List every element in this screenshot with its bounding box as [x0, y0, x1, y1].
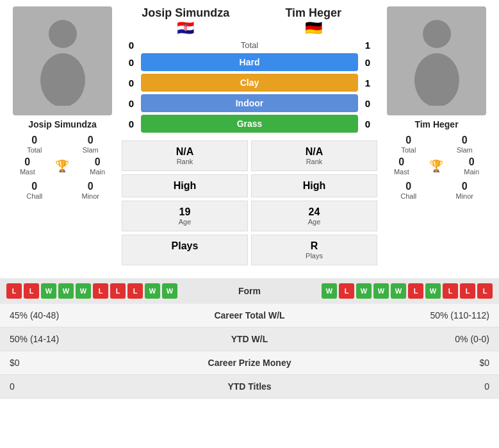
right-form-badge-4: W — [391, 283, 406, 299]
left-total-score: 0 — [122, 40, 141, 51]
left-form-badge-2: W — [41, 283, 56, 299]
stats-label-2: Career Prize Money — [186, 358, 314, 368]
right-form-badge-2: W — [356, 283, 372, 299]
right-form-badge-5: L — [408, 283, 423, 299]
left-minor-value: 0 — [66, 181, 116, 192]
surface-row-clay: 0 Clay 1 — [122, 74, 377, 92]
stats-label-3: YTD Titles — [186, 381, 314, 392]
left-form-badge-6: L — [110, 283, 126, 299]
right-total-score: 1 — [358, 40, 377, 51]
right-trophy-row: 0 Mast 🏆 0 Main — [380, 156, 493, 176]
right-rank-label: Rank — [255, 158, 373, 165]
left-player-section: Josip Simundza 0 Total 0 Slam 0 Mast 🏆 — [6, 6, 119, 265]
stats-table: 45% (40-48) Career Total W/L 50% (110-11… — [0, 304, 499, 399]
right-form-badge-8: L — [460, 283, 475, 299]
right-form-badge-0: W — [322, 283, 337, 299]
left-form-badge-4: W — [76, 283, 91, 299]
surface-row-hard: 0 Hard 0 — [122, 53, 377, 71]
right-player-photo — [387, 6, 486, 115]
svg-point-3 — [414, 53, 459, 106]
surface-row-indoor: 0 Indoor 0 — [122, 94, 377, 112]
right-player-silhouette — [405, 16, 469, 106]
stats-label-1: YTD W/L — [186, 334, 314, 344]
right-form-badge-6: W — [425, 283, 441, 299]
right-total-label: Total — [384, 146, 434, 154]
right-form-badges: WLWWWLWLLL — [322, 283, 493, 299]
right-age-label: Age — [255, 218, 373, 226]
stats-label-0: Career Total W/L — [186, 310, 314, 320]
left-minor-label: Minor — [66, 192, 116, 200]
right-chall-value: 0 — [384, 181, 434, 192]
left-total-label: Total — [10, 146, 60, 154]
surface-badge-1: Clay — [141, 74, 358, 92]
stats-right-2: $0 — [314, 358, 490, 368]
svg-point-1 — [40, 53, 85, 106]
left-stats-grid: 0 Total 0 Slam — [6, 135, 119, 154]
left-form-badge-0: L — [6, 283, 22, 299]
right-age-value: 24 — [255, 206, 373, 218]
surface-badge-2: Indoor — [141, 94, 358, 112]
stats-row-0: 45% (40-48) Career Total W/L 50% (110-11… — [0, 304, 499, 328]
right-mast-label: Mast — [394, 168, 409, 176]
stats-row-1: 50% (14-14) YTD W/L 0% (0-0) — [0, 328, 499, 351]
left-rank-label: Rank — [126, 158, 244, 165]
center-right-name: Tim Heger — [250, 6, 378, 20]
center-right-flag: 🇩🇪 — [250, 20, 378, 37]
surface-left-1: 0 — [122, 78, 141, 88]
right-total-value: 0 — [384, 135, 434, 146]
players-wrapper: Josip Simundza 0 Total 0 Slam 0 Mast 🏆 — [0, 0, 499, 272]
right-main-value: 0 — [464, 156, 479, 168]
stats-left-0: 45% (40-48) — [10, 310, 186, 320]
total-badge: Total — [141, 40, 358, 50]
left-minor-stat: 0 Minor — [66, 181, 116, 200]
total-comparison-row: 0 Total 1 — [122, 40, 377, 51]
svg-point-2 — [423, 20, 451, 48]
right-slam-value: 0 — [440, 135, 490, 146]
right-plays-value: R — [255, 240, 373, 252]
left-form-badge-5: L — [93, 283, 108, 299]
right-form-badge-3: W — [373, 283, 389, 299]
left-total-stat: 0 Total — [10, 135, 60, 154]
left-rank-value: N/A — [126, 146, 244, 158]
stats-row-2: $0 Career Prize Money $0 — [0, 351, 499, 375]
surface-right-2: 0 — [358, 98, 377, 109]
left-form-badge-8: W — [145, 283, 160, 299]
left-mast-value: 0 — [20, 156, 35, 168]
right-trophy-icon: 🏆 — [429, 159, 443, 173]
right-slam-label: Slam — [440, 146, 490, 154]
total-label: Total — [141, 40, 358, 50]
right-minor-label: Minor — [440, 192, 490, 200]
left-plays-value: Plays — [126, 240, 244, 252]
surface-left-2: 0 — [122, 98, 141, 109]
right-high-value: High — [255, 180, 373, 192]
right-form-badge-9: L — [477, 283, 493, 299]
left-form-badge-1: L — [24, 283, 39, 299]
left-player-photo — [13, 6, 112, 115]
right-form-badge-1: L — [339, 283, 354, 299]
left-form-badge-9: W — [162, 283, 177, 299]
left-mast-stat: 0 Mast — [20, 156, 35, 176]
left-form-badges: LLWWWLLLWW — [6, 283, 177, 299]
left-chall-label: Chall — [10, 192, 60, 200]
left-age-value: 19 — [126, 206, 244, 218]
surface-right-1: 1 — [358, 78, 377, 88]
stats-right-0: 50% (110-112) — [314, 310, 490, 320]
left-slam-label: Slam — [66, 146, 116, 154]
left-slam-stat: 0 Slam — [66, 135, 116, 154]
right-slam-stat: 0 Slam — [440, 135, 490, 154]
center-left-name: Josip Simundza — [122, 6, 250, 20]
center-section: Josip Simundza 🇭🇷 Tim Heger 🇩🇪 0 Total 1 — [122, 6, 377, 265]
left-high-value: High — [126, 180, 244, 192]
form-label: Form — [224, 286, 275, 296]
right-main-label: Main — [464, 168, 479, 176]
surface-badge-0: Hard — [141, 53, 358, 71]
left-player-silhouette — [31, 16, 95, 106]
left-bottom-stats: 0 Chall 0 Minor — [6, 181, 119, 200]
right-form-badge-7: L — [443, 283, 458, 299]
left-trophy-row: 0 Mast 🏆 0 Main — [6, 156, 119, 176]
left-form-badge-3: W — [58, 283, 74, 299]
surface-left-3: 0 — [122, 119, 141, 129]
right-player-section: Tim Heger 0 Total 0 Slam 0 Mast 🏆 0 — [380, 6, 493, 265]
left-age-label: Age — [126, 218, 244, 226]
left-chall-value: 0 — [10, 181, 60, 192]
